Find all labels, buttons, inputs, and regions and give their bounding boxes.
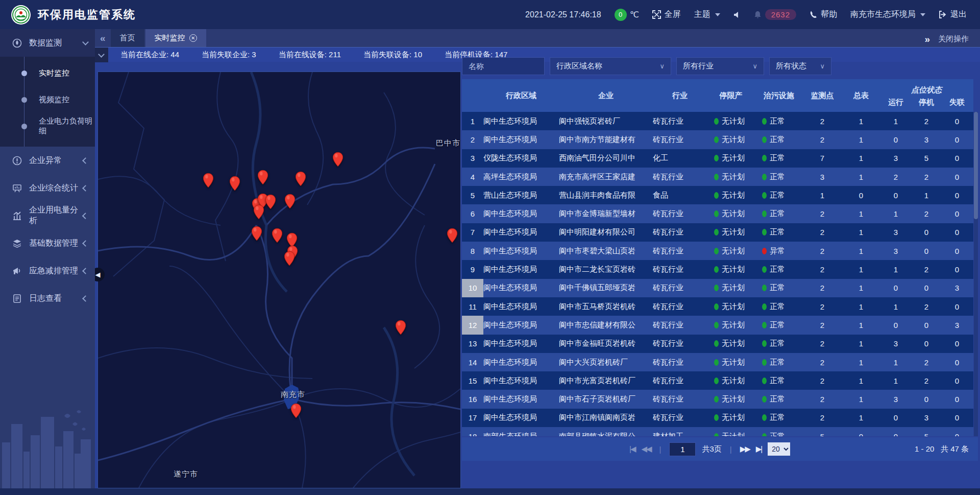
total-count-label: 共 47 条 (941, 444, 969, 453)
org-menu[interactable]: 南充市生态环境局 (850, 9, 925, 20)
notifications[interactable]: 2632 (754, 9, 796, 20)
table-row-7[interactable]: 7阆中生态环境局阆中明阳建材有限公司砖瓦行业无计划正常21300 (462, 223, 973, 242)
page-number-input[interactable] (669, 442, 696, 456)
sidebar-group-3[interactable]: 企业用电量分析 (0, 202, 95, 229)
sidebar-group-2[interactable]: 企业综合统计 (0, 174, 95, 202)
cell-limit-status: 无计划 (707, 376, 755, 386)
table-scrollbar[interactable] (974, 112, 978, 436)
tab-scroll-right-icon[interactable]: » (924, 34, 930, 45)
cell-facility-status: 正常 (755, 376, 803, 386)
tab-close-icon[interactable]: ✕ (189, 34, 197, 42)
status-filter-select[interactable]: 所有状态 ∨ (769, 57, 831, 75)
table-row-11[interactable]: 11阆中生态环境局阆中市五马桥页岩机砖砖瓦行业无计划正常21120 (462, 297, 973, 316)
table-row-3[interactable]: 3仪陇生态环境局西南油气田分公司川中化工无计划正常71350 (462, 149, 973, 168)
sidebar-group-1[interactable]: 企业异常 (0, 147, 95, 174)
pagination-summary: 1 - 20 共 47 条 (915, 444, 969, 454)
table-row-2[interactable]: 2阆中生态环境局阆中市南方节能建材有砖瓦行业无计划正常21030 (462, 130, 973, 149)
map-pin-3[interactable] (295, 171, 306, 186)
map-pin-8[interactable] (253, 204, 264, 220)
table-row-1[interactable]: 1阆中生态环境局阆中强锐页岩砖厂砖瓦行业无计划正常21120 (462, 112, 973, 130)
cell-company: 阆中大兴页岩机砖厂 (559, 358, 653, 367)
sidebar-group-5[interactable]: 应急减排管理 (0, 257, 95, 285)
map-pin-4[interactable] (332, 152, 344, 167)
last-page-icon[interactable]: ▶| (756, 444, 762, 454)
map-pin-1[interactable] (229, 176, 240, 191)
map-pin-0[interactable] (203, 173, 214, 188)
table-row-6[interactable]: 6阆中生态环境局阆中市金博瑞新型墙材砖瓦行业无计划正常21120 (462, 204, 973, 223)
table-row-12[interactable]: 12阆中生态环境局阆中市忠信建材有限公砖瓦行业无计划正常21003 (462, 316, 973, 334)
theme-button[interactable]: 主题 (694, 9, 720, 20)
status-text: 无计划 (722, 116, 745, 126)
cell-points: 2 (803, 376, 842, 385)
map-pin-9[interactable] (284, 194, 296, 209)
status-text: 异常 (770, 246, 785, 256)
cell-run: 0 (880, 284, 911, 292)
page-size-select[interactable]: 20 (768, 442, 790, 456)
cell-run: 3 (880, 228, 911, 237)
cell-company: 南部县砌筑水泥有限公 (559, 432, 653, 436)
cell-facility-status: 正常 (755, 172, 803, 182)
map-pin-10[interactable] (251, 226, 262, 241)
cell-points: 2 (803, 117, 842, 126)
temperature-badge: 0 (615, 9, 627, 21)
help-button[interactable]: 帮助 (810, 9, 837, 20)
cell-industry: 砖瓦行业 (653, 302, 707, 312)
table-row-4[interactable]: 4高坪生态环境局南充市高坪区王家店建砖瓦行业无计划正常31220 (462, 168, 973, 186)
status-text: 正常 (770, 153, 785, 163)
name-filter-input[interactable] (462, 57, 545, 75)
table-row-9[interactable]: 9阆中生态环境局阆中市二龙长宝页岩砖砖瓦行业无计划正常21120 (462, 260, 973, 278)
map-panel[interactable]: 巴中市南充市遂宁市 ◀ (97, 72, 461, 488)
tab-bar: « 首页实时监控✕ » 关闭操作 (95, 29, 980, 47)
sidebar-item-0-2[interactable]: 企业电力负荷明细 (0, 113, 95, 139)
industry-filter-select[interactable]: 所有行业 ∨ (676, 57, 764, 75)
prev-page-icon[interactable]: ◀◀ (641, 444, 651, 454)
sidebar-group-0[interactable]: 数据监测 (0, 29, 95, 57)
cell-run: 1 (880, 302, 911, 311)
cell-meters: 1 (842, 284, 880, 292)
filters-row: 行政区域名称 ∨ 所有行业 ∨ 所有状态 ∨ (462, 57, 978, 75)
status-text: 无计划 (722, 394, 745, 404)
cell-industry: 砖瓦行业 (653, 265, 707, 274)
table-row-15[interactable]: 15阆中生态环境局阆中市光富页岩机砖厂砖瓦行业无计划正常21120 (462, 371, 973, 390)
map-pin-14[interactable] (284, 251, 295, 266)
status-text: 正常 (770, 265, 785, 274)
table-row-10[interactable]: 10阆中生态环境局阆中千佛镇五郎垭页岩砖瓦行业无计划正常21003 (462, 279, 973, 297)
close-operations-button[interactable]: 关闭操作 (938, 34, 969, 45)
sidebar-item-0-0[interactable]: 实时监控 (0, 60, 95, 86)
row-number: 15 (462, 371, 483, 390)
map-pin-7[interactable] (265, 194, 276, 209)
first-page-icon[interactable]: |◀ (629, 444, 635, 454)
tab-scroll-left-icon[interactable]: « (95, 33, 111, 47)
fullscreen-button[interactable]: 全屏 (652, 9, 681, 20)
sidebar-group-6[interactable]: 日志查看 (0, 285, 95, 312)
sidebar-item-0-1[interactable]: 视频监控 (0, 86, 95, 113)
logout-button[interactable]: 退出 (939, 9, 967, 20)
table-row-17[interactable]: 17阆中生态环境局阆中市江南镇阆南页岩砖瓦行业无计划正常21030 (462, 409, 973, 427)
map-pin-11[interactable] (272, 228, 283, 243)
map-pin-15[interactable] (447, 228, 458, 243)
mute-button[interactable] (733, 11, 741, 18)
sidebar-group-4[interactable]: 基础数据管理 (0, 229, 95, 257)
table-row-16[interactable]: 16阆中生态环境局阆中市石子页岩机砖厂砖瓦行业无计划正常21300 (462, 390, 973, 408)
table-row-8[interactable]: 8阆中生态环境局阆中市枣碧大梁山页岩砖瓦行业无计划异常21300 (462, 242, 973, 260)
sidebar-group-label: 基础数据管理 (29, 238, 78, 249)
table-row-5[interactable]: 5营山生态环境局营山县润丰肉食品有限食品无计划正常10010 (462, 186, 973, 204)
next-page-icon[interactable]: ▶▶ (740, 444, 750, 454)
enterprise-table: 行政区域企业行业停限产治污设施监测点总表点位状态运行停机失联 1阆中生态环境局阆… (462, 79, 978, 436)
cell-industry: 砖瓦行业 (653, 358, 707, 367)
cell-run: 1 (880, 376, 911, 385)
table-row-13[interactable]: 13阆中生态环境局阆中市金福旺页岩机砖砖瓦行业无计划正常21300 (462, 335, 973, 353)
chevron-down-icon (82, 39, 89, 45)
map-pin-16[interactable] (395, 320, 406, 335)
table-row-18[interactable]: 18南部生态环境局南部县砌筑水泥有限公建材加工无计划正常50050 (462, 427, 973, 436)
cell-limit-status: 无计划 (707, 153, 755, 163)
stats-collapse-button[interactable] (94, 48, 108, 62)
map-pin-2[interactable] (257, 170, 268, 185)
tab-active-1[interactable]: 实时监控✕ (145, 29, 206, 47)
cell-lost: 0 (942, 173, 972, 181)
tab-item-0[interactable]: 首页 (111, 29, 144, 47)
region-filter-select[interactable]: 行政区域名称 ∨ (550, 57, 671, 75)
table-row-14[interactable]: 14阆中生态环境局阆中大兴页岩机砖厂砖瓦行业无计划正常21120 (462, 353, 973, 371)
map-pin-17[interactable] (290, 403, 302, 418)
bottom-strip (0, 488, 980, 495)
